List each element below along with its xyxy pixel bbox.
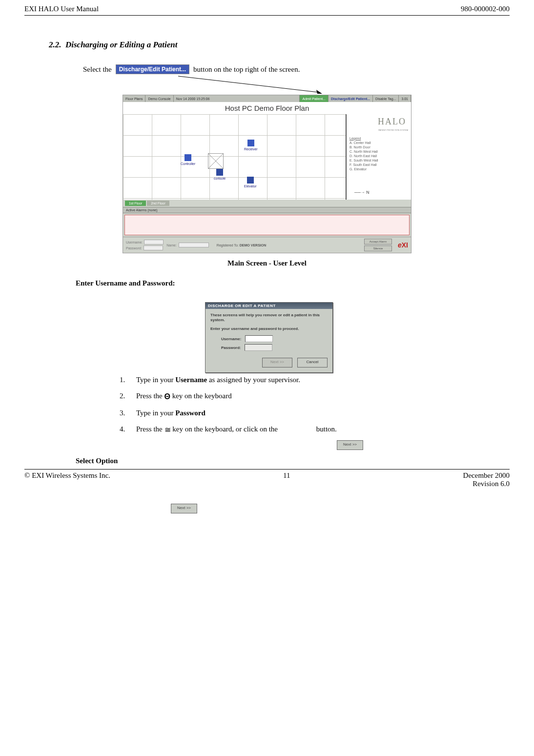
discharge-edit-button[interactable]: Discharge/Edit Patient... [116, 64, 189, 74]
dialog-password-label: Password: [221, 346, 241, 350]
dialog-username-input[interactable] [245, 335, 273, 342]
tb-discharge-edit[interactable]: Discharge/Edit Patient... [329, 95, 373, 102]
floor-plan[interactable]: Controller console Receiver Elevator [123, 114, 346, 200]
dialog-help1: These screens will help you remove or ed… [210, 313, 328, 323]
select-option-heading: Select Option [76, 457, 510, 465]
dialog-title: DISCHARGE OR EDIT A PATIENT [205, 303, 332, 309]
dialog-help2: Enter your username and password to proc… [210, 327, 328, 331]
fp-elevator: Elevator [244, 177, 257, 188]
select-suffix: button on the top right of the screen. [193, 65, 300, 74]
step-1: 1. Type in your Username as assigned by … [120, 376, 510, 384]
tab-2nd-floor[interactable]: 2nd Floor [147, 201, 169, 206]
bb-username-input[interactable] [144, 240, 164, 245]
pointer-arrow [176, 75, 332, 95]
footer-date: December 2000 [463, 471, 510, 479]
discharge-edit-dialog: DISCHARGE OR EDIT A PATIENT These screen… [205, 302, 333, 373]
legend-item-f: F. South East Hall [349, 163, 377, 166]
legend-item-c: C. North West Hall [349, 150, 378, 153]
dialog-cancel-button[interactable]: Cancel [297, 358, 328, 368]
receiver-icon [247, 140, 254, 146]
app-toolbar: Floor Plans Demo Console Nov 14 2000 15:… [123, 95, 411, 102]
tb-admit-patient[interactable]: Admit Patient... [300, 95, 328, 102]
header-left: EXI HALO User Manual [24, 5, 99, 13]
halo-subtitle: PATIENT PROTECTION SYSTEM [349, 129, 408, 131]
app-main-area: Controller console Receiver Elevator [123, 114, 411, 200]
legend-pane: HALO PATIENT PROTECTION SYSTEM Legend A.… [346, 114, 411, 200]
legend-item-g: G. Elevator [349, 167, 367, 171]
bb-registered: Registered To: DEMO VERSION [217, 244, 266, 247]
dialog-next-button[interactable]: Next >> [262, 358, 292, 368]
north-arrow: ──→ N [354, 190, 370, 196]
footer-left: © EXI Wireless Systems Inc. [24, 471, 110, 488]
footer-rule [24, 469, 510, 470]
bb-name-label: Name: [166, 244, 177, 247]
section-title: 2.2. Discharging or Editing a Patient [49, 40, 510, 50]
main-app-screenshot: Floor Plans Demo Console Nov 14 2000 15:… [123, 95, 411, 253]
bb-password-label: Password: [126, 246, 142, 250]
select-prefix: Select the [83, 65, 112, 74]
dialog-username-label: Username: [221, 337, 241, 341]
next-button[interactable]: Next >> [337, 440, 363, 450]
step-2: 2. Press the Θ key on the keyboard [120, 392, 510, 401]
main-screen-caption: Main Screen - User Level [24, 259, 510, 267]
fp-void-box [208, 153, 224, 169]
page-header: EXI HALO User Manual 980-000002-000 [24, 5, 510, 13]
legend-item-d: D. North East Hall [349, 154, 377, 158]
bb-name-input[interactable] [179, 243, 209, 247]
legend-item-e: E. South West Hall [349, 159, 378, 162]
legend-list: Legend A. Center Hall B. North Door C. N… [349, 136, 408, 172]
svg-marker-1 [316, 90, 322, 94]
halo-logo: HALO [349, 116, 408, 127]
section-number: 2.2. [49, 40, 62, 49]
step-4: 4. Press the ≅ key on the keyboard, or c… [120, 425, 510, 434]
bb-password-input[interactable] [144, 245, 163, 250]
enter-credentials-heading: Enter Username and Password: [76, 279, 510, 287]
enter-key-icon: ≅ [164, 426, 171, 434]
elevator-icon [247, 177, 254, 184]
tb-floor-plans[interactable]: Floor Plans [123, 95, 145, 102]
fp-receiver: Receiver [244, 140, 258, 151]
legend-heading: Legend [349, 137, 361, 140]
accept-alarm-button[interactable]: Accept Alarm [364, 239, 392, 245]
tb-datetime: Nov 14 2000 15:25:06 [174, 95, 300, 102]
extra-next-button[interactable]: Next >> [171, 504, 197, 513]
legend-item-a: A. Center Hall [349, 141, 371, 144]
silence-button[interactable]: Silence [364, 245, 392, 251]
footer-center: 11 [283, 471, 290, 488]
exi-logo: eXI [398, 241, 408, 249]
fp-console: console [214, 169, 226, 180]
footer-revision: Revision 6.0 [472, 480, 510, 488]
console-icon [216, 169, 223, 176]
step-3: 3. Type in your Password [120, 409, 510, 417]
page-footer: © EXI Wireless Systems Inc. 11 December … [24, 471, 510, 488]
steps-list: 1. Type in your Username as assigned by … [120, 376, 510, 434]
tb-version: 3.01 [399, 95, 411, 102]
next-button-row: Next >> [337, 439, 510, 450]
legend-item-b: B. North Door [349, 145, 370, 149]
section-name: Discharging or Editing a Patient [65, 40, 178, 49]
header-right: 980-000002-000 [461, 5, 510, 13]
tab-key-icon: Θ [164, 392, 170, 401]
bb-username-label: Username: [126, 241, 143, 244]
dialog-password-input[interactable] [245, 344, 272, 351]
alarms-area [124, 215, 410, 235]
svg-line-0 [178, 76, 318, 92]
fp-controller: Controller [181, 154, 195, 165]
select-instruction: Select the Discharge/Edit Patient... but… [83, 64, 510, 74]
header-rule [24, 15, 510, 16]
tb-demo-console[interactable]: Demo Console [145, 95, 173, 102]
tab-1st-floor[interactable]: 1st Floor [125, 201, 146, 206]
floor-tabs: 1st Floor 2nd Floor [123, 200, 411, 207]
alarms-header: Active Alarms (none) [123, 207, 411, 213]
app-floorplan-title: Host PC Demo Floor Plan [123, 102, 411, 114]
extra-next-button-row: Next >> [171, 503, 510, 513]
tb-disable-tag[interactable]: Disable Tag... [373, 95, 399, 102]
controller-icon [185, 154, 191, 161]
bottom-bar: Username: Password: Name: Registered To:… [123, 237, 411, 253]
